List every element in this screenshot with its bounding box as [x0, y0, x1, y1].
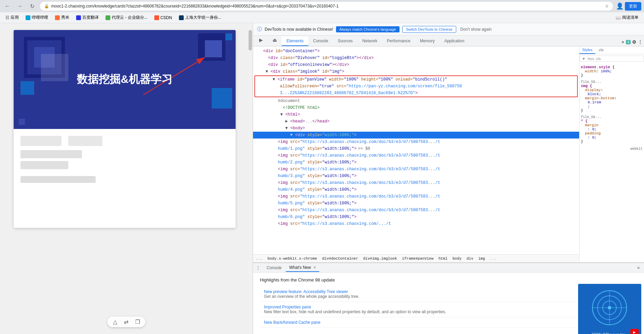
tab-inspect[interactable]: ▶	[254, 35, 268, 46]
svg-rect-10	[225, 33, 232, 40]
styles-source-file2: file_58...	[581, 115, 643, 119]
bookmark-baidu[interactable]: 百度翻译	[73, 13, 101, 22]
dom-line[interactable]: <img src="https://s3.ananas.chaoxing.com…	[253, 152, 579, 159]
styles-tab-computed[interactable]: .cls	[595, 46, 606, 54]
dom-line[interactable]: humb/5.png" style="width:100%;">	[253, 200, 579, 207]
bookmark-cloud[interactable]: 代理云 - 企业级分...	[103, 13, 150, 22]
tab-network[interactable]: Network	[358, 37, 382, 46]
whats-new-link-1[interactable]: New preview feature: Accessibility Tree …	[264, 289, 633, 294]
dom-line[interactable]: <img src="https://s3.ananas.chaoxing.com…	[253, 179, 579, 186]
console-drawer-tabs: ⋮ Console What's New × ×	[253, 263, 644, 273]
breadcrumb-bar: ... body.x-webkit.x-chrome div#docContai…	[253, 254, 579, 262]
star-icon[interactable]: ☆	[605, 4, 609, 9]
dom-line[interactable]: ▼ <div class="imglook" id="img">	[253, 68, 579, 75]
webpage-scrollbar[interactable]	[248, 23, 253, 334]
breadcrumb-div[interactable]: div	[466, 257, 473, 261]
tab-application[interactable]: Application	[439, 37, 469, 46]
update-button[interactable]: 更新	[625, 2, 641, 11]
bookmark-bilibili[interactable]: 哔哩哔哩	[23, 13, 51, 22]
swap-icon[interactable]: ⇄	[124, 319, 128, 325]
dom-line[interactable]: <img src="https://s3.ananas.chaoxing.com…	[253, 220, 579, 227]
reading-mode-button[interactable]: 📖 阅读清单	[613, 13, 641, 22]
tab-elements[interactable]: Elements	[282, 37, 308, 46]
drawer-close-button[interactable]: ×	[636, 264, 641, 271]
dom-line[interactable]: <img src="https://s3.ananas.chaoxing.com…	[253, 193, 579, 200]
switch-to-chinese-button[interactable]: Switch DevTools to Chinese	[402, 26, 456, 33]
dom-line[interactable]: ▼ <iframe id="panView" width="100%" heig…	[255, 76, 577, 83]
dom-highlight-box: ▼ <iframe id="panView" width="100%" heig…	[254, 75, 578, 97]
dom-line[interactable]: <img src="https://s3.ananas.chaoxing.com…	[253, 207, 579, 214]
drawer-tab-whats-new[interactable]: What's New ×	[286, 264, 319, 272]
dom-line[interactable]: ▼ <body>	[253, 125, 579, 132]
bookmark-shu[interactable]: 上海大学统一身份...	[176, 13, 224, 22]
dont-show-again[interactable]: Don't show again	[460, 27, 492, 32]
title-bar: ← → ↻ 🔒 mooc1-2.chaoxing.com/knowledge/c…	[0, 0, 644, 12]
bookmark-apps[interactable]: ☷ 应用	[3, 13, 22, 22]
fullscreen-icon[interactable]: ❐	[135, 319, 140, 325]
tab-device[interactable]: ⏏	[268, 35, 282, 46]
dom-content[interactable]: <div id="docContainer"> <div class="Divh…	[253, 46, 579, 254]
dom-line[interactable]: <div id="officeonlineview"></div>	[253, 61, 579, 68]
breadcrumb-body2[interactable]: body	[452, 257, 461, 261]
dom-line[interactable]: ▼ <html>	[253, 111, 579, 118]
breadcrumb-more[interactable]: ...	[256, 257, 263, 261]
close-whats-new[interactable]: ×	[313, 265, 316, 270]
breadcrumb-tail: ...	[490, 257, 497, 261]
dom-line[interactable]: <img src="https://s3.ananas.chaoxing.com…	[253, 139, 579, 145]
dom-line[interactable]: <img src="https://s3.ananas.chaoxing.com…	[253, 166, 579, 173]
dom-line[interactable]: humb/1.png" style="width:100%;">== $0	[253, 145, 579, 152]
dom-line[interactable]: #document	[253, 98, 579, 104]
drawer-tab-console[interactable]: Console	[263, 264, 285, 272]
warning-icon[interactable]: △	[113, 319, 117, 325]
breadcrumb-img-tag[interactable]: img	[478, 257, 485, 261]
more-tabs-icon[interactable]: »	[622, 40, 624, 44]
whats-new-link-2[interactable]: Improved Properties pane	[264, 305, 633, 309]
styles-block-star: * { margin : 0; padding : 0; }	[581, 119, 643, 144]
forward-button[interactable]: →	[15, 1, 25, 11]
dom-line[interactable]: humb/6.png" style="width:100%;">	[253, 214, 579, 220]
more-options-icon[interactable]: ⋮	[638, 39, 643, 45]
dom-line[interactable]: 3...22%3A%22216882283_48606782_57041418_…	[255, 90, 577, 97]
styles-tab-styles[interactable]: Styles	[579, 46, 595, 54]
bookmark-xm[interactable]: 秀米	[52, 13, 72, 22]
dom-line[interactable]: ► <head>...</head>	[253, 118, 579, 125]
svg-rect-5	[38, 98, 46, 107]
breadcrumb-iframe[interactable]: iframe#panView	[402, 257, 433, 261]
styles-block-element: element.style { width: 100%; }	[581, 65, 643, 77]
tab-sources[interactable]: Sources	[333, 37, 358, 46]
dom-line[interactable]: <!DOCTYPE html>	[253, 104, 579, 111]
webpage-content: 数据挖掘&机器学习	[0, 23, 253, 334]
breadcrumb-img[interactable]: div#img.imglook	[363, 257, 397, 261]
whats-new-link-3[interactable]: New Back/forward Cache pane	[264, 320, 633, 325]
course-header: 数据挖掘&机器学习	[14, 30, 236, 129]
dom-line[interactable]: humb/2.png" style="width:100%;">	[253, 159, 579, 166]
dom-line[interactable]: <div class="Divhover" id="toggleBtn"></d…	[253, 55, 579, 61]
breadcrumb-doc[interactable]: div#docContainer	[322, 257, 358, 261]
bookmark-csdn[interactable]: CSDN	[152, 14, 175, 21]
profile-icon[interactable]: 👤	[616, 2, 624, 10]
whats-new-items: New preview feature: Accessibility Tree …	[256, 284, 641, 331]
dom-line[interactable]: humb/4.png" style="width:100%;">	[253, 186, 579, 193]
breadcrumb-html[interactable]: html	[438, 257, 447, 261]
devtools-main: ▶ ⏏ Elements Console Sources Network Per…	[253, 35, 644, 334]
dom-line[interactable]: <div id="docContainer">	[253, 48, 579, 55]
tab-performance[interactable]: Performance	[382, 37, 415, 46]
dom-line[interactable]: humb/3.png" style="width:100%;">	[253, 173, 579, 179]
svg-rect-6	[41, 54, 68, 81]
dom-line-selected[interactable]: ▼ <div style="width:100%;">	[253, 132, 579, 139]
baidu-icon	[76, 15, 81, 20]
dom-line[interactable]: allowfullscreen="true" src="https://pan-…	[255, 83, 577, 90]
xm-icon	[55, 15, 60, 20]
styles-filter[interactable]: ▼ :hov .cls	[579, 56, 644, 62]
reading-icon: 📖	[616, 15, 621, 20]
styles-webkit: webkit	[581, 147, 643, 151]
reload-button[interactable]: ↻	[27, 1, 37, 11]
drawer-menu-icon[interactable]: ⋮	[256, 265, 261, 271]
address-bar[interactable]: 🔒 mooc1-2.chaoxing.com/knowledge/cards?c…	[40, 1, 613, 11]
settings-icon[interactable]: ⚙	[632, 39, 636, 45]
tab-console[interactable]: Console	[308, 37, 333, 46]
back-button[interactable]: ←	[3, 1, 12, 11]
breadcrumb-body[interactable]: body.x-webkit.x-chrome	[267, 257, 317, 261]
always-match-button[interactable]: Always match Chrome's language	[336, 26, 400, 32]
tab-memory[interactable]: Memory	[415, 37, 439, 46]
